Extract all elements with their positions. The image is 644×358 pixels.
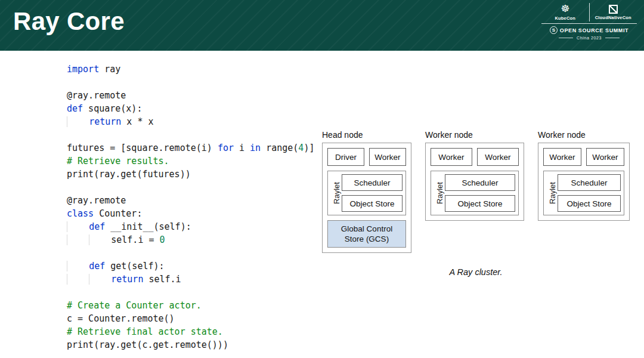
cluster-node-worker-1: Worker node Worker Worker Raylet Schedul… <box>425 130 524 221</box>
node-label: Worker node <box>538 130 630 140</box>
code-line: import ray <box>67 63 314 76</box>
conference-logos: ☸ KubeCon CloudNativeCon S OPEN SOURCE S… <box>541 3 637 40</box>
code-line: self.i = 0 <box>67 233 314 246</box>
kubecon-label: KubeCon <box>555 16 575 21</box>
ray-cluster-diagram: Head node Driver Worker Raylet Scheduler… <box>322 130 630 277</box>
object-store-box: Object Store <box>342 195 402 212</box>
code-line: # Retrieve final actor state. <box>67 325 314 338</box>
code-line: @ray.remote <box>67 194 314 207</box>
scheduler-box: Scheduler <box>558 174 621 191</box>
code-line: print(ray.get(futures)) <box>67 168 314 181</box>
code-line: @ray.remote <box>67 89 314 102</box>
raylet-inner: Scheduler Object Store <box>342 174 402 212</box>
worker-box: Worker <box>431 148 472 166</box>
process-row: Worker Worker <box>431 148 519 166</box>
divider-line <box>559 38 573 38</box>
page-title: Ray Core <box>13 7 125 36</box>
code-line <box>67 181 314 194</box>
driver-box: Driver <box>327 148 364 166</box>
scheduler-box: Scheduler <box>445 174 515 191</box>
node-label: Worker node <box>425 130 524 140</box>
header-banner: Ray Core ☸ KubeCon CloudNativeCon S OPEN… <box>0 0 644 51</box>
code-line: class Counter: <box>67 207 314 220</box>
kubecon-logo: ☸ KubeCon <box>541 3 589 21</box>
code-line: return self.i <box>67 273 314 286</box>
worker-box: Worker <box>369 148 406 166</box>
code-line <box>67 246 314 260</box>
cluster-node-head: Head node Driver Worker Raylet Scheduler… <box>322 130 411 253</box>
code-line: futures = [square.remote(i) for i in ran… <box>67 141 314 155</box>
code-block: import ray @ray.remotedef square(x): ret… <box>67 63 314 351</box>
conference-logo-row: ☸ KubeCon CloudNativeCon <box>541 3 637 24</box>
code-line: # Retrieve results. <box>67 155 314 168</box>
process-row: Worker Worker <box>543 148 624 166</box>
node-label: Head node <box>322 130 411 140</box>
raylet-inner: Scheduler Object Store <box>445 174 515 212</box>
cluster-nodes: Head node Driver Worker Raylet Scheduler… <box>322 130 630 253</box>
code-line: def __init__(self): <box>67 220 314 233</box>
code-line: # Create a Counter actor. <box>67 299 314 312</box>
kubecon-wheel-icon: ☸ <box>561 4 569 14</box>
scheduler-box: Scheduler <box>342 174 402 191</box>
summit-label: OPEN SOURCE SUMMIT <box>560 27 628 33</box>
cloudnativecon-cube-icon <box>609 5 618 14</box>
gcs-box: Global Control Store (GCS) <box>327 220 406 248</box>
raylet-group: Raylet Scheduler Object Store <box>327 171 406 215</box>
head-node-box: Driver Worker Raylet Scheduler Object St… <box>322 143 411 253</box>
worker-box: Worker <box>586 148 624 166</box>
location-label: China 2023 <box>577 36 602 40</box>
code-line: return x * x <box>67 115 314 128</box>
raylet-group: Raylet Scheduler Object Store <box>543 171 624 215</box>
worker-box: Worker <box>477 148 519 166</box>
cloudnativecon-logo: CloudNativeCon <box>589 3 637 21</box>
cluster-node-worker-2: Worker node Worker Worker Raylet Schedul… <box>538 130 630 221</box>
raylet-label: Raylet <box>331 174 342 212</box>
open-source-summit-logo: S OPEN SOURCE SUMMIT <box>541 24 637 36</box>
code-line: c = Counter.remote() <box>67 312 314 325</box>
object-store-box: Object Store <box>445 195 515 212</box>
raylet-label: Raylet <box>434 174 445 212</box>
event-location: China 2023 <box>541 36 637 40</box>
process-row: Driver Worker <box>327 148 406 166</box>
cloudnativecon-label: CloudNativeCon <box>595 15 631 20</box>
worker-box: Worker <box>543 148 581 166</box>
diagram-caption: A Ray cluster. <box>322 267 630 277</box>
code-line <box>67 76 314 89</box>
raylet-group: Raylet Scheduler Object Store <box>431 171 519 215</box>
raylet-label: Raylet <box>547 174 558 212</box>
worker-node-box: Worker Worker Raylet Scheduler Object St… <box>425 143 524 221</box>
code-line: def get(self): <box>67 260 314 273</box>
object-store-box: Object Store <box>558 195 621 212</box>
divider-line <box>605 38 620 38</box>
code-line <box>67 286 314 299</box>
raylet-inner: Scheduler Object Store <box>558 174 621 212</box>
code-line: def square(x): <box>67 102 314 115</box>
summit-s-icon: S <box>550 26 558 34</box>
worker-node-box: Worker Worker Raylet Scheduler Object St… <box>538 143 630 221</box>
code-line: print(ray.get(c.get.remote())) <box>67 338 314 351</box>
code-line <box>67 128 314 141</box>
